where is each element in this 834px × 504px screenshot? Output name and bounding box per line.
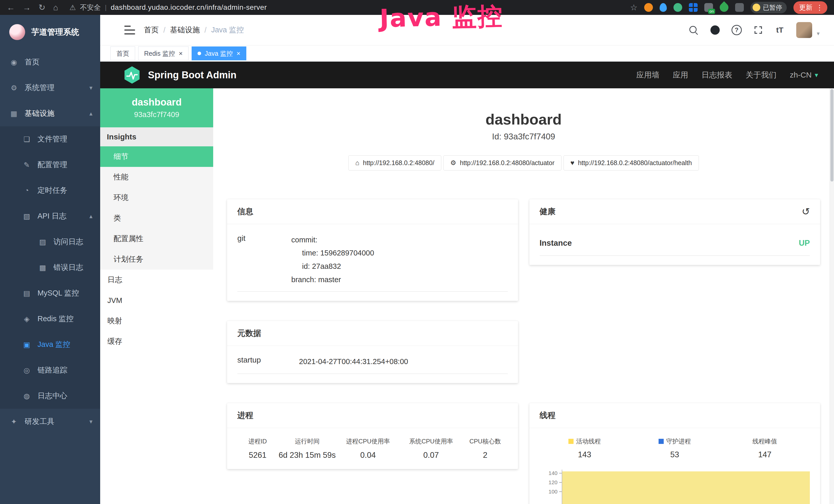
header-actions: ? tT ▾: [688, 22, 820, 38]
extensions-puzzle-icon[interactable]: [735, 3, 744, 12]
sba-side-item-metrics[interactable]: 性能: [100, 167, 213, 187]
sidebar-item-mysql-monitor[interactable]: ▤ MySQL 监控: [0, 280, 100, 306]
sidebar-submenu-infrastructure: ❏ 文件管理 ✎ 配置管理 ◔ 定时任务 ▧ API 日志 ▴: [0, 126, 100, 409]
sba-nav-journal[interactable]: 日志报表: [701, 70, 732, 81]
extension-icon[interactable]: [718, 1, 730, 14]
sba-nav-about[interactable]: 关于我们: [746, 70, 776, 81]
tab-home[interactable]: 首页: [110, 46, 135, 60]
update-label: 更新: [799, 3, 812, 12]
extension-icon[interactable]: [660, 3, 667, 12]
menu-kebab-icon[interactable]: ⋮: [816, 3, 823, 12]
sidebar-toggle-icon[interactable]: [124, 26, 135, 35]
card-title: 进程: [237, 410, 253, 421]
sba-nav-applications[interactable]: 应用: [673, 70, 688, 81]
sidebar-item-home[interactable]: ◉ 首页: [0, 49, 100, 75]
github-icon[interactable]: [710, 25, 720, 35]
extension-icon[interactable]: [689, 3, 698, 12]
instance-link-actuator[interactable]: ⚙ http://192.168.0.2:48080/actuator: [443, 155, 562, 170]
sidebar-item-label: 文件管理: [38, 134, 67, 144]
sba-side-item-environment[interactable]: 环境: [100, 187, 213, 208]
breadcrumb-home[interactable]: 首页: [144, 25, 159, 35]
sidebar-item-access-logs[interactable]: ▨ 访问日志: [0, 229, 100, 255]
instance-link-health[interactable]: ♥ http://192.168.0.2:48080/actuator/heal…: [564, 155, 699, 170]
card-title: 元数据: [237, 328, 261, 339]
instance-id-line: Id: 93a3fc7f7409: [227, 132, 820, 141]
main-column: 首页 / 基础设施 / Java 监控 ? tT ▾: [100, 15, 834, 504]
breadcrumb: 首页 / 基础设施 / Java 监控: [144, 25, 244, 35]
sidebar-item-api-logs[interactable]: ▧ API 日志 ▴: [0, 203, 100, 229]
history-icon[interactable]: ↺: [802, 207, 810, 216]
extension-icon[interactable]: on: [704, 3, 713, 12]
sidebar-item-infrastructure[interactable]: ▦ 基础设施 ▴: [0, 101, 100, 126]
paused-label: 已暂停: [763, 3, 782, 12]
tab-close-icon[interactable]: ×: [237, 49, 240, 58]
tab-java-monitor[interactable]: Java 监控 ×: [192, 46, 246, 60]
sba-language-select[interactable]: zh-CN ▾: [790, 71, 818, 79]
extension-icon[interactable]: [644, 3, 653, 12]
sidebar-item-system-mgmt[interactable]: ⚙ 系统管理 ▾: [0, 75, 100, 101]
sba-side-item-details[interactable]: 细节: [100, 146, 213, 167]
sba-side-item-config-props[interactable]: 配置属性: [100, 229, 213, 249]
sidebar-item-log-center[interactable]: ◍ 日志中心: [0, 383, 100, 409]
chart-plot-area: [562, 469, 810, 504]
fullscreen-icon[interactable]: [753, 25, 763, 35]
sba-nav-wallboard[interactable]: 应用墙: [636, 70, 659, 81]
help-icon[interactable]: ?: [731, 25, 742, 35]
sidebar-item-config-mgmt[interactable]: ✎ 配置管理: [0, 152, 100, 178]
sba-side-item-classes[interactable]: 类: [100, 208, 213, 229]
breadcrumb-infrastructure[interactable]: 基础设施: [170, 25, 200, 35]
sba-side-item-jvm[interactable]: JVM: [100, 290, 213, 311]
threads-chart: 140 120 100: [540, 469, 810, 504]
search-icon[interactable]: [688, 25, 699, 35]
tab-close-icon[interactable]: ×: [179, 49, 183, 58]
sidebar-item-trace[interactable]: ◎ 链路追踪: [0, 358, 100, 383]
instance-name: dashboard: [132, 97, 182, 108]
font-size-icon[interactable]: tT: [775, 25, 785, 35]
instance-hero: dashboard Id: 93a3fc7f7409 ⌂ http://192.…: [227, 111, 820, 170]
app-shell: 芋道管理系统 ◉ 首页 ⚙ 系统管理 ▾ ▦ 基础设施 ▴: [0, 15, 834, 504]
process-value: 5261: [237, 451, 278, 460]
app-logo[interactable]: 芋道管理系统: [0, 15, 100, 49]
sidebar-item-error-logs[interactable]: ▩ 错误日志: [0, 255, 100, 280]
instance-link-home[interactable]: ⌂ http://192.168.0.2:48080/: [348, 155, 441, 170]
sba-side-item-scheduled-tasks[interactable]: 计划任务: [100, 249, 213, 270]
tab-redis-monitor[interactable]: Redis 监控 ×: [138, 46, 189, 60]
sidebar-item-dev-tools[interactable]: ✦ 研发工具 ▾: [0, 409, 100, 434]
status-badge: UP: [799, 238, 810, 248]
sidebar-item-file-mgmt[interactable]: ❏ 文件管理: [0, 126, 100, 152]
scrollbar[interactable]: [830, 88, 834, 504]
breadcrumb-current: Java 监控: [211, 25, 244, 35]
sba-side-item-loggers[interactable]: 日志: [100, 270, 213, 290]
breadcrumb-separator: /: [204, 26, 206, 35]
legend-item-daemon: 守护进程: [630, 437, 720, 445]
health-instance-row[interactable]: Instance UP: [540, 233, 810, 256]
security-warning-icon: ⚠: [69, 3, 76, 12]
tools-icon: ✦: [9, 417, 19, 426]
reload-icon[interactable]: ↻: [39, 3, 45, 12]
sidebar-item-java-monitor[interactable]: ▣ Java 监控: [0, 332, 100, 358]
forward-icon[interactable]: →: [23, 3, 31, 12]
process-card: 进程 进程ID 运行时间 进程CPU使用率 系统CPU使用率 CPU核心数: [227, 403, 518, 469]
health-row-label: Instance: [540, 238, 572, 248]
sba-brand-title[interactable]: Spring Boot Admin: [148, 70, 237, 81]
extension-icon[interactable]: [674, 3, 682, 12]
back-icon[interactable]: ←: [7, 3, 15, 12]
sidebar-item-label: 访问日志: [53, 237, 83, 247]
update-button[interactable]: 更新 ⋮: [793, 1, 827, 14]
sba-side-item-caches[interactable]: 缓存: [100, 331, 213, 352]
tab-bar: 首页 Redis 监控 × Java 监控 ×: [100, 45, 834, 62]
browser-home-icon[interactable]: ⌂: [53, 3, 58, 12]
sidebar-item-redis-monitor[interactable]: ◈ Redis 监控: [0, 306, 100, 332]
sidebar-item-label: MySQL 监控: [38, 288, 79, 298]
sba-side-item-mappings[interactable]: 映射: [100, 311, 213, 331]
access-log-icon: ▨: [38, 238, 47, 246]
annotation-java-monitor: Java 监控: [379, 0, 504, 36]
tab-label: Redis 监控: [144, 49, 175, 58]
paused-badge[interactable]: 已暂停: [750, 2, 787, 13]
user-avatar[interactable]: [796, 22, 812, 38]
sidebar-item-scheduled-jobs[interactable]: ◔ 定时任务: [0, 178, 100, 203]
address-bar[interactable]: ⚠ 不安全 | dashboard.yudao.iocoder.cn/infra…: [69, 3, 267, 12]
bookmark-star-icon[interactable]: ☆: [630, 3, 637, 12]
sba-instance-header[interactable]: dashboard 93a3fc7f7409: [100, 88, 213, 127]
scrollbar-thumb[interactable]: [830, 89, 833, 182]
